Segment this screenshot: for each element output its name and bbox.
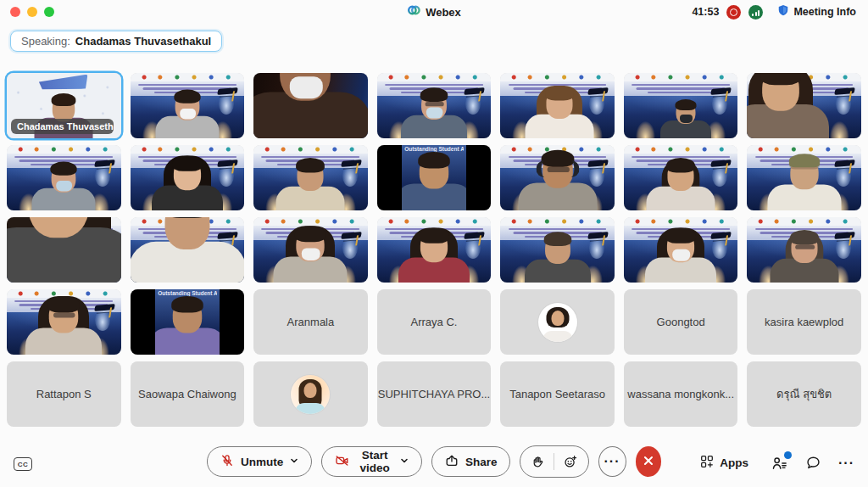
video-tile[interactable] bbox=[747, 145, 861, 210]
participant-name-tile[interactable]: Aranmala bbox=[253, 289, 368, 355]
meeting-timer: 41:53 bbox=[692, 6, 719, 18]
participant-silhouette bbox=[747, 73, 838, 138]
participant-name-tile[interactable]: SUPHITCHAYA PRO... bbox=[377, 361, 492, 427]
app-title: Webex bbox=[426, 6, 461, 19]
unmute-chevron-down-icon[interactable] bbox=[289, 456, 299, 468]
video-tile[interactable] bbox=[747, 217, 861, 283]
participant-name-tile[interactable]: Tanapon Seetaraso bbox=[500, 361, 615, 427]
apps-grid-icon bbox=[699, 454, 715, 472]
unmute-label: Unmute bbox=[241, 456, 283, 468]
participant-silhouette bbox=[402, 145, 465, 210]
close-window-button[interactable] bbox=[10, 7, 20, 17]
video-tile[interactable] bbox=[253, 145, 368, 210]
participant-name-tile[interactable]: Arraya C. bbox=[377, 289, 492, 355]
video-tile[interactable] bbox=[131, 217, 245, 283]
meeting-info-label: Meeting Info bbox=[793, 6, 856, 18]
video-tile[interactable]: Outstanding Student Award bbox=[131, 289, 245, 355]
recording-indicator-icon[interactable] bbox=[726, 5, 741, 20]
microphone-muted-icon bbox=[220, 453, 235, 471]
window-controls bbox=[10, 7, 54, 17]
video-tile[interactable] bbox=[7, 145, 121, 210]
participant-name-tile[interactable]: kasira kaewplod bbox=[747, 289, 861, 355]
video-tile[interactable] bbox=[377, 217, 492, 283]
pill-divider bbox=[553, 453, 554, 470]
participant-silhouette bbox=[149, 77, 225, 139]
participant-name: wassana mongkonk... bbox=[624, 361, 738, 427]
participant-silhouette bbox=[763, 217, 845, 283]
participant-silhouette bbox=[638, 217, 724, 283]
closed-captions-button[interactable]: CC bbox=[14, 457, 32, 471]
video-tile[interactable] bbox=[131, 145, 245, 210]
participants-button[interactable] bbox=[771, 455, 788, 472]
video-tile[interactable] bbox=[500, 145, 615, 210]
video-tile[interactable] bbox=[7, 289, 121, 355]
participant-silhouette bbox=[155, 289, 219, 355]
participant-silhouette bbox=[25, 149, 102, 211]
more-ellipsis: ··· bbox=[838, 456, 854, 470]
video-tile[interactable]: Chadamas Thuvasethakul bbox=[7, 73, 121, 138]
participant-silhouette bbox=[394, 75, 474, 138]
participant-silhouette bbox=[131, 217, 245, 283]
webex-meeting-window: Webex 41:53 Meeting Info Speaking: Chada… bbox=[0, 0, 868, 487]
video-tile[interactable] bbox=[500, 73, 615, 138]
start-video-label: Start video bbox=[356, 449, 393, 474]
video-tile[interactable] bbox=[253, 217, 368, 283]
reactions-button[interactable] bbox=[562, 454, 577, 469]
participant-silhouette bbox=[18, 289, 109, 355]
apps-label: Apps bbox=[720, 456, 748, 469]
reactions-pill bbox=[519, 445, 588, 478]
video-tile[interactable] bbox=[500, 217, 615, 283]
meeting-toolbar: CC Unmute bbox=[0, 445, 868, 479]
share-label: Share bbox=[465, 456, 498, 468]
start-video-button[interactable]: Start video bbox=[321, 446, 422, 477]
speaking-name: Chadamas Thuvasethakul bbox=[75, 35, 211, 48]
start-video-chevron-down-icon[interactable] bbox=[399, 456, 409, 468]
title-bar: Webex 41:53 Meeting Info bbox=[0, 0, 868, 24]
video-tile[interactable] bbox=[253, 73, 368, 138]
fullscreen-window-button[interactable] bbox=[44, 7, 54, 17]
avatar-tile[interactable] bbox=[500, 289, 615, 355]
video-tile[interactable] bbox=[7, 217, 121, 283]
participant-silhouette bbox=[253, 73, 368, 138]
participant-name-tile[interactable]: Saowapa Chaiwong bbox=[131, 361, 245, 427]
participant-name-tile[interactable]: Goongtod bbox=[624, 289, 738, 355]
participant-name: Tanapon Seetaraso bbox=[500, 361, 615, 427]
minimize-window-button[interactable] bbox=[27, 7, 37, 17]
chat-button[interactable] bbox=[805, 455, 821, 471]
video-tile[interactable] bbox=[747, 73, 861, 138]
participant-name: SUPHITCHAYA PRO... bbox=[377, 361, 492, 427]
participant-silhouette bbox=[144, 145, 230, 210]
participant-silhouette bbox=[655, 89, 716, 138]
participant-name: Saowapa Chaiwong bbox=[131, 361, 245, 427]
avatar-tile[interactable] bbox=[253, 361, 368, 427]
participant-name-tile[interactable]: ดรุณี สุขชิต bbox=[747, 361, 861, 427]
webex-logo-icon bbox=[407, 3, 420, 20]
active-speaker-name-label: Chadamas Thuvasethakul bbox=[11, 119, 114, 134]
connection-quality-icon[interactable] bbox=[748, 5, 763, 20]
virtual-background: Outstanding Student Award bbox=[377, 145, 492, 210]
participant-name-tile[interactable]: Rattapon S bbox=[7, 361, 121, 427]
raise-hand-button[interactable] bbox=[530, 455, 544, 469]
participant-name: Aranmala bbox=[253, 289, 368, 355]
more-panel-options-button[interactable]: ··· bbox=[838, 456, 854, 470]
close-x-icon bbox=[642, 454, 655, 470]
video-tile[interactable] bbox=[624, 73, 738, 138]
participant-silhouette bbox=[640, 145, 722, 210]
apps-button[interactable]: Apps bbox=[694, 453, 754, 473]
video-tile[interactable] bbox=[131, 73, 245, 138]
share-screen-icon bbox=[444, 453, 459, 471]
participant-name-tile[interactable]: wassana mongkonk... bbox=[624, 361, 738, 427]
share-button[interactable]: Share bbox=[431, 446, 510, 477]
participant-silhouette bbox=[760, 145, 849, 210]
video-tile[interactable] bbox=[377, 73, 492, 138]
unmute-button[interactable]: Unmute bbox=[207, 446, 312, 477]
video-tile[interactable]: Outstanding Student Award bbox=[377, 145, 492, 210]
video-tile[interactable] bbox=[624, 145, 738, 210]
shield-icon bbox=[777, 4, 789, 20]
participant-silhouette bbox=[518, 219, 598, 283]
leave-meeting-button[interactable] bbox=[635, 446, 661, 477]
participant-silhouette bbox=[510, 145, 605, 210]
meeting-info-button[interactable]: Meeting Info bbox=[777, 4, 856, 20]
more-options-button[interactable]: ··· bbox=[598, 446, 626, 477]
video-tile[interactable] bbox=[624, 217, 738, 283]
